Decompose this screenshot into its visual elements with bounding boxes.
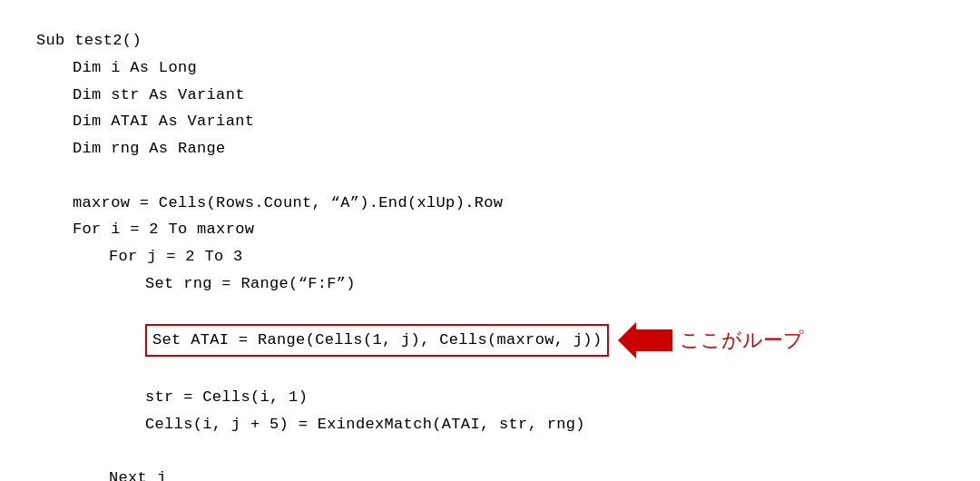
arrow-annotation: ここがループ <box>618 322 804 358</box>
code-block: Sub test2()Dim i As LongDim str As Varia… <box>36 27 944 481</box>
code-line: Dim rng As Range <box>36 135 944 162</box>
code-line: str = Cells(i, 1) <box>36 384 944 411</box>
code-line: maxrow = Cells(Rows.Count, “A”).End(xlUp… <box>36 190 944 217</box>
code-line <box>36 162 944 190</box>
code-line: Set ATAI = Range(Cells(1, j), Cells(maxr… <box>36 324 944 357</box>
annotation-text: ここがループ <box>680 327 804 354</box>
code-line: Next j <box>36 465 944 481</box>
code-line: Set rng = Range(“F:F”) <box>36 270 944 298</box>
code-line: Dim str As Variant <box>36 82 944 109</box>
code-line: Dim ATAI As Variant <box>36 108 944 135</box>
code-line: For j = 2 To 3 <box>36 243 944 270</box>
main-container: Sub test2()Dim i As LongDim str As Varia… <box>0 0 980 481</box>
code-line <box>36 298 944 325</box>
code-line: Dim i As Long <box>36 54 944 82</box>
code-line <box>36 437 944 465</box>
arrow-icon <box>618 322 672 358</box>
code-line: For i = 2 To maxrow <box>36 216 944 243</box>
code-line <box>36 357 944 384</box>
highlighted-code-line: Set ATAI = Range(Cells(1, j), Cells(maxr… <box>145 324 609 357</box>
code-line: Sub test2() <box>36 27 944 54</box>
code-line: Cells(i, j + 5) = ExindexMatch(ATAI, str… <box>36 411 944 438</box>
svg-marker-0 <box>618 322 672 358</box>
